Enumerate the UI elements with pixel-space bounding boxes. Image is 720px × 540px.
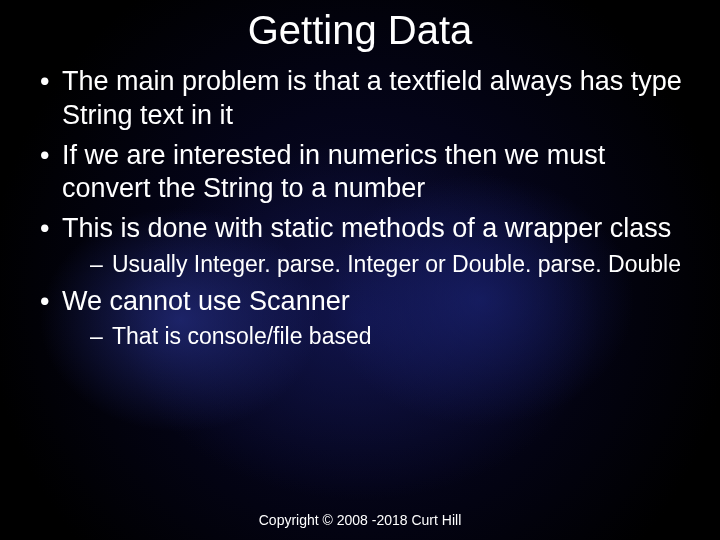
bullet-text: We cannot use Scanner bbox=[62, 286, 350, 316]
bullet-list: The main problem is that a textfield alw… bbox=[34, 65, 686, 357]
slide-title: Getting Data bbox=[34, 8, 686, 53]
list-item: We cannot use Scanner That is console/fi… bbox=[34, 285, 686, 352]
list-item: Usually Integer. parse. Integer or Doubl… bbox=[90, 250, 686, 279]
sub-bullet-text: Usually Integer. parse. Integer or Doubl… bbox=[112, 251, 681, 277]
list-item: If we are interested in numerics then we… bbox=[34, 139, 686, 207]
bullet-text: If we are interested in numerics then we… bbox=[62, 140, 605, 204]
list-item: This is done with static methods of a wr… bbox=[34, 212, 686, 279]
bullet-text: The main problem is that a textfield alw… bbox=[62, 66, 682, 130]
sub-bullet-text: That is console/file based bbox=[112, 323, 372, 349]
list-item: The main problem is that a textfield alw… bbox=[34, 65, 686, 133]
copyright-footer: Copyright © 2008 -2018 Curt Hill bbox=[34, 512, 686, 540]
bullet-text: This is done with static methods of a wr… bbox=[62, 213, 671, 243]
sub-bullet-list: Usually Integer. parse. Integer or Doubl… bbox=[62, 250, 686, 279]
list-item: That is console/file based bbox=[90, 322, 686, 351]
slide: Getting Data The main problem is that a … bbox=[0, 0, 720, 540]
sub-bullet-list: That is console/file based bbox=[62, 322, 686, 351]
